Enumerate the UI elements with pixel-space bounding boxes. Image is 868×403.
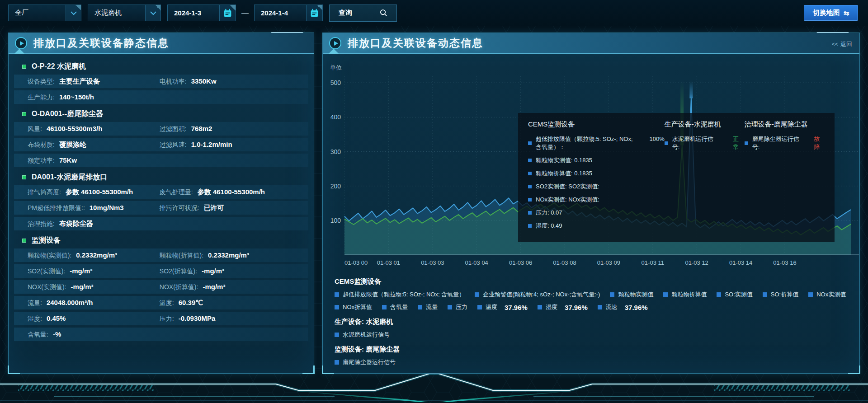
legend-item[interactable]: 流速37.96% — [598, 303, 648, 311]
calendar-icon[interactable] — [219, 5, 236, 21]
legend-marker-icon — [382, 305, 387, 309]
info-field: 颗粒物(折算值):0.2332mg/m³ — [160, 251, 308, 260]
legend-item-label: 压力 — [456, 303, 467, 311]
bullet-icon — [528, 211, 532, 215]
field-label: 颗粒物(折算值): — [160, 252, 203, 260]
field-value: 1.0-1.2m/min — [191, 141, 232, 148]
back-link[interactable]: <<返回 — [832, 40, 852, 48]
legend-marker-icon — [610, 292, 614, 297]
legend-item-label: 企业预警值(颗粒物:4; sOz-; NOx-;含氧气量:-) — [483, 291, 600, 299]
legend-item[interactable]: 湿度37.96% — [538, 303, 588, 311]
info-row: 湿度:0.45%压力:-0.0930MPa — [14, 312, 308, 325]
field-value: 0.2332mg/m³ — [76, 251, 117, 259]
legend-marker-icon — [335, 292, 339, 297]
legend-item[interactable]: 超低排放限值（颗拉物:5: SOz-; NOx; 含氧量） — [335, 291, 465, 299]
field-label: 排污许可状况: — [160, 204, 199, 212]
tooltip-item-label: 压力: 0.07 — [536, 209, 562, 217]
legend-item[interactable]: 企业预警值(颗粒物:4; sOz-; NOx-;含氧气量:-) — [475, 291, 600, 299]
chevron-down-icon[interactable] — [66, 5, 81, 21]
info-field: 排污许可状况:已许可 — [160, 204, 308, 212]
bullet-icon — [528, 224, 532, 228]
bullet-icon — [528, 172, 532, 175]
info-field: 过滤风速:1.0-1.2m/min — [160, 141, 308, 149]
switch-map-button[interactable]: 切换地图 ⇆ — [804, 5, 858, 21]
section-header: 监测设备 — [14, 233, 308, 248]
tooltip-item-label: NOx实测值: NOx实测值: — [536, 196, 599, 204]
end-date-picker[interactable]: 2024-1-4 — [254, 5, 323, 21]
tooltip-item-value: 正常 — [733, 135, 745, 151]
legend-item[interactable]: SO:折算值 — [763, 291, 798, 299]
section-title: O-DA001--磨尾除尘器 — [32, 109, 103, 119]
info-field: 颗粒物(实测值):0.2332mg/m³ — [28, 251, 160, 260]
device-select-value: 水泥磨机 — [88, 9, 145, 17]
legend-item[interactable]: 颗粒物实测值 — [610, 291, 653, 299]
tooltip-item: 水泥磨机运行信号:正常 — [665, 135, 745, 151]
calendar-icon[interactable] — [306, 5, 322, 21]
field-label: 电机功率: — [160, 78, 187, 86]
legend-item[interactable]: 流量 — [418, 303, 438, 311]
field-label: NOX(实测值): — [28, 283, 66, 291]
dynamic-panel-header: 排放口及关联设备动态信息 — [323, 33, 859, 54]
y-axis-tick-label: 200 — [330, 183, 341, 190]
legend-marker-icon — [808, 292, 813, 297]
bullet-icon — [528, 141, 532, 145]
legend-group-title: 生产设备: 水泥磨机 — [335, 318, 859, 326]
play-icon — [329, 37, 341, 49]
legend-item[interactable]: 含氧量 — [382, 303, 408, 311]
switch-map-label: 切换地图 — [813, 9, 840, 17]
field-label: NOX(折算值): — [160, 283, 198, 291]
field-value: -mg/m³ — [71, 283, 94, 291]
y-axis-tick-label: 100 — [330, 217, 341, 224]
field-label: 治理措施: — [28, 220, 55, 228]
plant-select[interactable]: 全厂 — [8, 5, 81, 21]
legend-marker-icon — [335, 360, 339, 365]
info-field: 电机功率:3350Kw — [160, 77, 308, 86]
spike-glow-beam — [689, 81, 693, 98]
legend-item-label: 超低排放限值（颗拉物:5: SOz-; NOx; 含氧量） — [343, 291, 465, 299]
field-label: 温度: — [160, 299, 174, 307]
legend-item[interactable]: NOx折算值 — [335, 303, 372, 311]
start-date-picker[interactable]: 2024-1-3 — [167, 5, 236, 21]
tooltip-item-label: 磨尾除尘器运行信号: — [752, 135, 802, 151]
field-label: 流量: — [28, 299, 42, 307]
green-bullet-icon — [22, 112, 26, 116]
legend-item[interactable]: SO:实测值 — [717, 291, 752, 299]
field-value: 24048.000m³/h — [47, 299, 93, 306]
query-button[interactable]: 查询 — [329, 5, 397, 22]
field-label: 设备类型: — [28, 78, 55, 86]
x-axis-tick-label: 01-03 12 — [685, 259, 708, 266]
emissions-line-chart[interactable]: 单位10020030040050001-03 0001-03 0101-03 0… — [323, 58, 859, 270]
info-field: 含氧量:-% — [28, 330, 160, 339]
field-value: 0.45% — [47, 314, 66, 322]
legend-item-label: 颗粒物折算值 — [671, 291, 707, 299]
start-date-value: 2024-1-3 — [168, 9, 219, 17]
field-label: 过滤风速: — [160, 141, 187, 149]
legend-item[interactable]: 温度37.96% — [477, 303, 528, 311]
legend-item-label: NOx折算值 — [343, 303, 372, 311]
green-bullet-icon — [22, 65, 26, 69]
legend-item[interactable]: NOx实测值 — [808, 291, 846, 299]
x-axis-tick-label: 01-03 03 — [421, 259, 444, 266]
info-row: 流量:24048.000m³/h温度:60.39℃ — [14, 296, 308, 309]
x-axis-tick-label: 01-03 04 — [465, 259, 488, 266]
tooltip-item-label: 水泥磨机运行信号: — [672, 135, 720, 151]
device-select[interactable]: 水泥磨机 — [88, 5, 161, 21]
field-value: 参数 46100-55300m/h — [66, 188, 133, 197]
tooltip-item-label: 颗粒物实测值: 0.1835 — [536, 156, 592, 164]
info-field: NOX(实测值):-mg/m³ — [28, 283, 160, 291]
back-arrows-icon: << — [832, 41, 838, 47]
y-axis-tick-label: 300 — [330, 148, 341, 155]
legend-item[interactable]: 颗粒物折算值 — [663, 291, 707, 299]
info-field: 流量:24048.000m³/h — [28, 299, 160, 307]
info-field: NOX(折算值):-mg/m³ — [160, 283, 308, 291]
legend-item[interactable]: 压力 — [448, 303, 467, 311]
info-field: 湿度:0.45% — [28, 314, 160, 323]
legend-marker-icon — [717, 292, 721, 297]
legend-item[interactable]: 磨尾除尘器运行信号 — [335, 358, 396, 366]
field-label: 湿度: — [28, 315, 42, 323]
legend-item[interactable]: 水泥磨机运行信号 — [335, 331, 390, 339]
legend-marker-icon — [598, 305, 602, 309]
legend-item-label: 湿度 — [546, 303, 557, 311]
legend-item-value: 37.96% — [625, 304, 648, 311]
chevron-down-icon[interactable] — [145, 5, 160, 21]
